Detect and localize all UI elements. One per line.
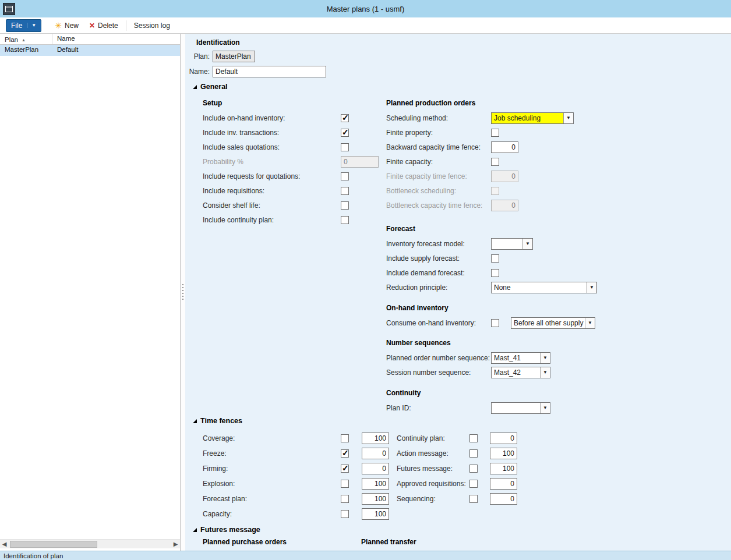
chevron-down-icon[interactable]: ▼ (540, 353, 550, 363)
number-sequences-heading: Number sequences (386, 335, 718, 350)
coverage-checkbox[interactable] (341, 434, 349, 442)
consume-onhand-checkbox[interactable] (491, 319, 499, 327)
chevron-down-icon[interactable]: ▼ (540, 367, 550, 378)
approved-requisitions-field: Approved requisitions: (397, 476, 531, 491)
collapse-triangle-icon (193, 85, 197, 89)
freeze-checkbox[interactable] (341, 449, 349, 458)
coverage-input[interactable] (362, 433, 389, 444)
continuity-plan-checkbox[interactable] (469, 434, 478, 442)
action-message-input[interactable] (490, 448, 517, 459)
continuity-heading: Continuity (386, 385, 718, 400)
finite-capacity-field: Finite capacity: (386, 154, 718, 169)
futures-message-input[interactable] (490, 463, 517, 474)
plans-grid: Plan ▲ Name MasterPlan Default ◀ ▶ (0, 34, 181, 551)
consider-shelf-life-checkbox[interactable] (341, 201, 349, 210)
firming-input[interactable] (362, 463, 389, 474)
number-sequences-block: Number sequences Planned order number se… (386, 335, 718, 380)
sequencing-input[interactable] (490, 493, 517, 505)
bottleneck-capacity-time-fence-input (491, 200, 518, 211)
scroll-right-icon[interactable]: ▶ (171, 540, 180, 549)
action-message-checkbox[interactable] (469, 449, 478, 458)
status-bar-text: Identification of plan (3, 552, 63, 559)
app-icon[interactable] (3, 3, 15, 15)
status-bar: Identification of plan (0, 551, 731, 560)
finite-property-checkbox[interactable] (491, 129, 499, 137)
chevron-down-icon[interactable]: ▼ (587, 282, 596, 293)
detail-panel: Identification Plan: Name: General Setup… (185, 34, 731, 551)
window-title: Master plans (1 - usmf) (0, 5, 731, 13)
explosion-input[interactable] (362, 478, 389, 490)
scheduling-method-label: Scheduling method: (386, 114, 491, 122)
freeze-label: Freeze: (203, 449, 341, 458)
time-fences-left-column: Coverage: Freeze: Firming: Explosion: Fo (203, 431, 395, 522)
plan-input[interactable] (213, 51, 255, 62)
sequencing-checkbox[interactable] (469, 495, 478, 503)
approved-requisitions-input[interactable] (490, 478, 517, 490)
freeze-input[interactable] (362, 448, 389, 459)
general-section-label: General (200, 83, 228, 91)
forecast-plan-input[interactable] (362, 493, 389, 505)
chevron-down-icon[interactable]: ▼ (585, 318, 595, 328)
delete-button[interactable]: ✕ Delete (84, 19, 123, 32)
bottleneck-scheduling-label: Bottleneck scheduling: (386, 187, 491, 195)
include-rfq-checkbox[interactable] (341, 172, 349, 180)
capacity-checkbox[interactable] (341, 510, 349, 518)
column-header-name[interactable]: Name (52, 34, 180, 44)
session-log-label: Session log (134, 22, 170, 30)
include-sales-quotations-checkbox[interactable] (341, 143, 349, 151)
chevron-down-icon[interactable]: ▼ (540, 403, 550, 413)
approved-requisitions-checkbox[interactable] (469, 480, 478, 488)
capacity-input[interactable] (362, 508, 389, 520)
firming-checkbox[interactable] (341, 465, 349, 473)
futures-message-section-header[interactable]: Futures message (193, 526, 260, 534)
session-number-sequence-combo[interactable]: Mast_42 ▼ (491, 367, 550, 378)
new-button[interactable]: ✳ New (50, 19, 84, 32)
finite-capacity-time-fence-label: Finite capacity time fence: (386, 172, 491, 180)
explosion-checkbox[interactable] (341, 480, 349, 488)
forecast-plan-checkbox[interactable] (341, 495, 349, 503)
inventory-forecast-model-combo[interactable]: ▼ (491, 238, 533, 250)
planned-order-number-sequence-label: Planned order number sequence: (386, 354, 491, 362)
time-fences-section-header[interactable]: Time fences (193, 417, 242, 425)
column-header-plan-label: Plan (5, 36, 18, 43)
include-onhand-checkbox[interactable] (341, 114, 349, 122)
grid-cell-name: Default (52, 45, 80, 56)
include-supply-forecast-label: Include supply forecast: (386, 254, 491, 263)
include-rfq-field: Include requests for quotations: (203, 169, 384, 183)
include-continuity-plan-checkbox[interactable] (341, 216, 349, 224)
grid-row-selected[interactable]: MasterPlan Default (0, 45, 180, 56)
session-number-sequence-value: Mast_42 (492, 367, 540, 378)
include-inv-trans-checkbox[interactable] (341, 129, 349, 137)
reduction-principle-combo[interactable]: None ▼ (491, 282, 597, 293)
forecast-block: Forecast Inventory forecast model: ▼ Inc… (386, 221, 718, 295)
futures-message-checkbox[interactable] (469, 465, 478, 473)
planned-production-orders-block: Planned production orders Scheduling met… (386, 95, 718, 212)
general-section-header[interactable]: General (193, 83, 228, 91)
chevron-down-icon[interactable]: ▼ (563, 113, 573, 123)
delete-icon: ✕ (89, 22, 95, 29)
plan-id-combo[interactable]: ▼ (491, 402, 550, 414)
session-log-button[interactable]: Session log (129, 19, 175, 32)
new-button-label: New (65, 22, 79, 30)
include-requisitions-checkbox[interactable] (341, 187, 349, 195)
name-input[interactable] (213, 66, 326, 77)
scrollbar-thumb[interactable] (10, 541, 97, 548)
scheduling-method-combo[interactable]: Job scheduling ▼ (491, 112, 574, 124)
panel-splitter[interactable] (181, 34, 185, 551)
planned-order-number-sequence-combo[interactable]: Mast_41 ▼ (491, 352, 550, 364)
grid-horizontal-scrollbar[interactable]: ◀ ▶ (0, 539, 180, 548)
finite-capacity-checkbox[interactable] (491, 158, 499, 166)
forecast-plan-label: Forecast plan: (203, 495, 341, 503)
include-onhand-label: Include on-hand inventory: (203, 114, 341, 122)
continuity-plan-input[interactable] (490, 433, 517, 444)
scroll-left-icon[interactable]: ◀ (0, 540, 9, 549)
file-menu-button[interactable]: File ▼ (6, 19, 41, 32)
consume-onhand-combo[interactable]: Before all other supply ▼ (511, 317, 595, 329)
column-header-plan[interactable]: Plan ▲ (0, 34, 52, 44)
chevron-down-icon[interactable]: ▼ (522, 239, 532, 249)
planned-production-orders-heading: Planned production orders (386, 95, 718, 111)
backward-capacity-time-fence-input[interactable] (491, 141, 518, 153)
sort-ascending-icon: ▲ (22, 38, 26, 42)
include-supply-forecast-checkbox[interactable] (491, 254, 499, 263)
include-demand-forecast-checkbox[interactable] (491, 269, 499, 277)
